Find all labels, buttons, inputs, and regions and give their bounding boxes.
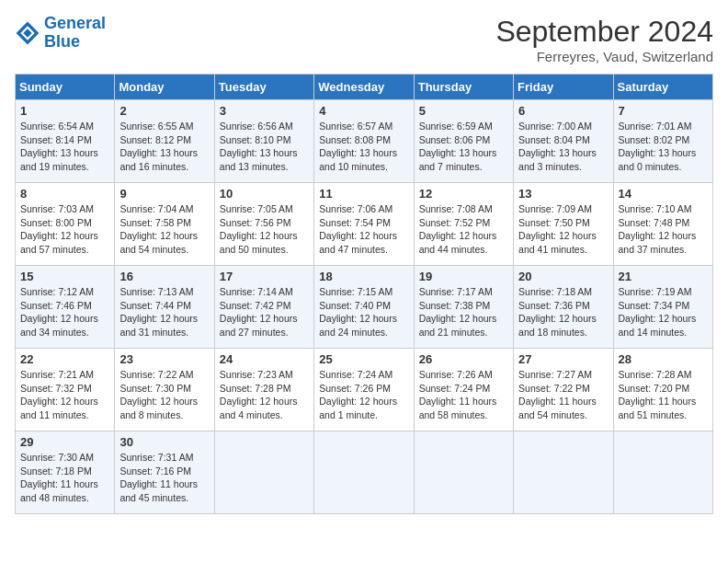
sunrise-label: Sunrise: 7:17 AM xyxy=(419,286,493,297)
sunrise-label: Sunrise: 6:54 AM xyxy=(20,121,94,132)
sunrise-label: Sunrise: 7:15 AM xyxy=(319,286,392,297)
sunrise-label: Sunrise: 7:13 AM xyxy=(119,286,193,297)
calendar-week-row: 8 Sunrise: 7:03 AM Sunset: 8:00 PM Dayli… xyxy=(16,183,713,266)
sunrise-label: Sunrise: 7:01 AM xyxy=(619,121,692,132)
sunset-label: Sunset: 7:34 PM xyxy=(619,300,690,311)
daylight-label: Daylight: 12 hours and 37 minutes. xyxy=(619,230,697,255)
daylight-label: Daylight: 12 hours and 47 minutes. xyxy=(319,230,397,255)
sunrise-label: Sunrise: 6:57 AM xyxy=(319,121,392,132)
sunrise-label: Sunrise: 6:59 AM xyxy=(419,121,493,132)
daylight-label: Daylight: 12 hours and 41 minutes. xyxy=(518,230,597,255)
daylight-label: Daylight: 13 hours and 16 minutes. xyxy=(119,147,198,172)
cell-content: Sunrise: 7:31 AM Sunset: 7:16 PM Dayligh… xyxy=(119,451,209,505)
sunset-label: Sunset: 7:54 PM xyxy=(319,217,391,228)
sunrise-label: Sunrise: 7:23 AM xyxy=(220,369,293,380)
calendar-cell: 30 Sunrise: 7:31 AM Sunset: 7:16 PM Dayl… xyxy=(115,431,214,514)
daylight-label: Daylight: 11 hours and 51 minutes. xyxy=(619,396,697,420)
calendar-cell: 17 Sunrise: 7:14 AM Sunset: 7:42 PM Dayl… xyxy=(214,266,313,349)
day-number: 13 xyxy=(518,187,608,201)
calendar-cell: 1 Sunrise: 6:54 AM Sunset: 8:14 PM Dayli… xyxy=(16,100,115,183)
calendar-cell xyxy=(214,431,313,514)
calendar-cell: 25 Sunrise: 7:24 AM Sunset: 7:26 PM Dayl… xyxy=(314,349,414,431)
daylight-label: Daylight: 12 hours and 50 minutes. xyxy=(220,230,298,255)
calendar-cell: 13 Sunrise: 7:09 AM Sunset: 7:50 PM Dayl… xyxy=(514,183,613,266)
sunset-label: Sunset: 8:14 PM xyxy=(20,134,92,145)
day-number: 21 xyxy=(619,270,708,283)
cell-content: Sunrise: 6:57 AM Sunset: 8:08 PM Dayligh… xyxy=(319,120,408,174)
title-block: September 2024 Ferreyres, Vaud, Switzerl… xyxy=(495,15,713,64)
weekday-header: Saturday xyxy=(613,75,712,100)
cell-content: Sunrise: 7:28 AM Sunset: 7:20 PM Dayligh… xyxy=(619,368,708,422)
daylight-label: Daylight: 12 hours and 57 minutes. xyxy=(20,230,98,255)
calendar-cell: 15 Sunrise: 7:12 AM Sunset: 7:46 PM Dayl… xyxy=(16,266,115,349)
cell-content: Sunrise: 7:27 AM Sunset: 7:22 PM Dayligh… xyxy=(518,368,608,422)
sunrise-label: Sunrise: 7:28 AM xyxy=(619,369,692,380)
sunset-label: Sunset: 8:04 PM xyxy=(518,134,590,145)
daylight-label: Daylight: 13 hours and 0 minutes. xyxy=(619,147,697,172)
cell-content: Sunrise: 7:15 AM Sunset: 7:40 PM Dayligh… xyxy=(319,285,408,339)
calendar-cell: 5 Sunrise: 6:59 AM Sunset: 8:06 PM Dayli… xyxy=(414,100,513,183)
logo-text: GeneralBlue xyxy=(44,15,106,52)
cell-content: Sunrise: 7:24 AM Sunset: 7:26 PM Dayligh… xyxy=(319,368,408,422)
cell-content: Sunrise: 6:59 AM Sunset: 8:06 PM Dayligh… xyxy=(419,120,508,174)
day-number: 12 xyxy=(419,187,508,201)
daylight-label: Daylight: 12 hours and 1 minute. xyxy=(319,396,397,420)
daylight-label: Daylight: 12 hours and 31 minutes. xyxy=(119,313,198,338)
calendar-cell: 27 Sunrise: 7:27 AM Sunset: 7:22 PM Dayl… xyxy=(514,349,613,431)
daylight-label: Daylight: 12 hours and 8 minutes. xyxy=(119,396,198,420)
cell-content: Sunrise: 7:13 AM Sunset: 7:44 PM Dayligh… xyxy=(119,285,209,339)
daylight-label: Daylight: 11 hours and 48 minutes. xyxy=(20,478,98,503)
sunset-label: Sunset: 7:32 PM xyxy=(20,383,92,394)
cell-content: Sunrise: 7:22 AM Sunset: 7:30 PM Dayligh… xyxy=(119,368,209,422)
calendar-week-row: 29 Sunrise: 7:30 AM Sunset: 7:18 PM Dayl… xyxy=(16,431,713,514)
cell-content: Sunrise: 7:08 AM Sunset: 7:52 PM Dayligh… xyxy=(419,202,508,257)
sunset-label: Sunset: 7:24 PM xyxy=(419,383,491,394)
calendar-cell xyxy=(314,431,414,514)
sunset-label: Sunset: 7:36 PM xyxy=(518,300,590,311)
sunset-label: Sunset: 7:28 PM xyxy=(220,383,291,394)
sunset-label: Sunset: 8:02 PM xyxy=(619,134,690,145)
daylight-label: Daylight: 11 hours and 45 minutes. xyxy=(119,478,198,503)
day-number: 11 xyxy=(319,187,408,201)
sunset-label: Sunset: 7:40 PM xyxy=(319,300,391,311)
logo: GeneralBlue xyxy=(15,15,106,52)
weekday-header: Thursday xyxy=(414,75,513,100)
month-title: September 2024 xyxy=(495,15,713,49)
sunrise-label: Sunrise: 6:56 AM xyxy=(220,121,293,132)
weekday-header: Sunday xyxy=(16,75,115,100)
calendar-cell: 28 Sunrise: 7:28 AM Sunset: 7:20 PM Dayl… xyxy=(613,349,712,431)
sunrise-label: Sunrise: 7:24 AM xyxy=(319,369,392,380)
sunrise-label: Sunrise: 7:12 AM xyxy=(20,286,94,297)
calendar-cell: 21 Sunrise: 7:19 AM Sunset: 7:34 PM Dayl… xyxy=(613,266,712,349)
calendar-cell: 11 Sunrise: 7:06 AM Sunset: 7:54 PM Dayl… xyxy=(314,183,414,266)
sunrise-label: Sunrise: 7:31 AM xyxy=(119,452,193,463)
cell-content: Sunrise: 7:17 AM Sunset: 7:38 PM Dayligh… xyxy=(419,285,508,339)
cell-content: Sunrise: 7:01 AM Sunset: 8:02 PM Dayligh… xyxy=(619,120,708,174)
calendar-week-row: 1 Sunrise: 6:54 AM Sunset: 8:14 PM Dayli… xyxy=(16,100,713,183)
sunrise-label: Sunrise: 7:10 AM xyxy=(619,203,692,214)
cell-content: Sunrise: 7:18 AM Sunset: 7:36 PM Dayligh… xyxy=(518,285,608,339)
calendar-cell: 7 Sunrise: 7:01 AM Sunset: 8:02 PM Dayli… xyxy=(613,100,712,183)
day-number: 6 xyxy=(518,104,608,118)
cell-content: Sunrise: 7:12 AM Sunset: 7:46 PM Dayligh… xyxy=(20,285,109,339)
calendar-cell: 18 Sunrise: 7:15 AM Sunset: 7:40 PM Dayl… xyxy=(314,266,414,349)
calendar-cell: 29 Sunrise: 7:30 AM Sunset: 7:18 PM Dayl… xyxy=(16,431,115,514)
calendar-cell: 22 Sunrise: 7:21 AM Sunset: 7:32 PM Dayl… xyxy=(16,349,115,431)
day-number: 5 xyxy=(419,104,508,118)
sunrise-label: Sunrise: 7:00 AM xyxy=(518,121,592,132)
calendar-cell: 20 Sunrise: 7:18 AM Sunset: 7:36 PM Dayl… xyxy=(514,266,613,349)
day-number: 7 xyxy=(619,104,708,118)
calendar-week-row: 15 Sunrise: 7:12 AM Sunset: 7:46 PM Dayl… xyxy=(16,266,713,349)
calendar-cell xyxy=(613,431,712,514)
daylight-label: Daylight: 12 hours and 14 minutes. xyxy=(619,313,697,338)
location: Ferreyres, Vaud, Switzerland xyxy=(495,49,713,64)
sunrise-label: Sunrise: 7:18 AM xyxy=(518,286,592,297)
calendar-header-row: SundayMondayTuesdayWednesdayThursdayFrid… xyxy=(16,75,713,100)
sunset-label: Sunset: 7:52 PM xyxy=(419,217,491,228)
page-header: GeneralBlue September 2024 Ferreyres, Va… xyxy=(15,15,713,64)
day-number: 30 xyxy=(119,435,209,449)
sunrise-label: Sunrise: 7:04 AM xyxy=(119,203,193,214)
day-number: 2 xyxy=(119,104,209,118)
daylight-label: Daylight: 12 hours and 18 minutes. xyxy=(518,313,597,338)
daylight-label: Daylight: 12 hours and 44 minutes. xyxy=(419,230,497,255)
